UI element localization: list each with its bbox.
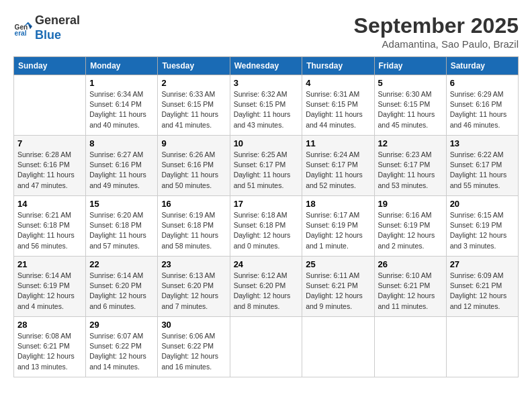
calendar-cell: 15Sunrise: 6:20 AM Sunset: 6:18 PM Dayli… — [86, 196, 158, 257]
calendar-table: SundayMondayTuesdayWednesdayThursdayFrid… — [13, 56, 519, 377]
day-number: 24 — [234, 259, 299, 269]
weekday-header: Saturday — [446, 57, 518, 75]
calendar-cell: 10Sunrise: 6:25 AM Sunset: 6:17 PM Dayli… — [230, 136, 302, 196]
calendar-week-row: 7Sunrise: 6:28 AM Sunset: 6:16 PM Daylig… — [14, 136, 519, 196]
day-info: Sunrise: 6:20 AM Sunset: 6:18 PM Dayligh… — [89, 210, 154, 251]
day-info: Sunrise: 6:15 AM Sunset: 6:19 PM Dayligh… — [450, 210, 515, 251]
day-info: Sunrise: 6:23 AM Sunset: 6:17 PM Dayligh… — [378, 150, 443, 191]
day-number: 7 — [17, 138, 82, 148]
day-info: Sunrise: 6:22 AM Sunset: 6:17 PM Dayligh… — [450, 150, 515, 191]
day-number: 13 — [450, 138, 515, 148]
location-subtitle: Adamantina, Sao Paulo, Brazil — [354, 38, 519, 50]
day-number: 28 — [17, 320, 82, 330]
day-number: 10 — [234, 138, 299, 148]
day-info: Sunrise: 6:14 AM Sunset: 6:20 PM Dayligh… — [89, 271, 154, 312]
day-number: 23 — [161, 259, 226, 269]
day-number: 8 — [89, 138, 154, 148]
day-number: 20 — [450, 199, 515, 209]
calendar-cell: 2Sunrise: 6:33 AM Sunset: 6:15 PM Daylig… — [158, 75, 230, 136]
page-header: Gen eral General Blue September 2025 Ada… — [13, 13, 519, 50]
day-number: 2 — [161, 78, 226, 88]
calendar-cell: 8Sunrise: 6:27 AM Sunset: 6:16 PM Daylig… — [86, 136, 158, 196]
calendar-cell — [302, 317, 374, 377]
calendar-cell: 22Sunrise: 6:14 AM Sunset: 6:20 PM Dayli… — [86, 257, 158, 317]
calendar-cell — [230, 317, 302, 377]
title-block: September 2025 Adamantina, Sao Paulo, Br… — [354, 13, 519, 50]
day-number: 6 — [450, 78, 515, 88]
day-info: Sunrise: 6:10 AM Sunset: 6:21 PM Dayligh… — [378, 271, 443, 312]
calendar-cell: 6Sunrise: 6:29 AM Sunset: 6:16 PM Daylig… — [446, 75, 518, 136]
day-info: Sunrise: 6:25 AM Sunset: 6:17 PM Dayligh… — [234, 150, 299, 191]
day-number: 3 — [234, 78, 299, 88]
day-number: 5 — [378, 78, 443, 88]
day-info: Sunrise: 6:14 AM Sunset: 6:19 PM Dayligh… — [17, 271, 82, 312]
calendar-week-row: 28Sunrise: 6:08 AM Sunset: 6:21 PM Dayli… — [14, 317, 519, 377]
day-info: Sunrise: 6:27 AM Sunset: 6:16 PM Dayligh… — [89, 150, 154, 191]
calendar-cell: 13Sunrise: 6:22 AM Sunset: 6:17 PM Dayli… — [446, 136, 518, 196]
day-info: Sunrise: 6:32 AM Sunset: 6:15 PM Dayligh… — [234, 89, 299, 130]
day-info: Sunrise: 6:28 AM Sunset: 6:16 PM Dayligh… — [17, 150, 82, 191]
day-number: 27 — [450, 259, 515, 269]
calendar-cell: 20Sunrise: 6:15 AM Sunset: 6:19 PM Dayli… — [446, 196, 518, 257]
day-number: 29 — [89, 320, 154, 330]
calendar-cell: 1Sunrise: 6:34 AM Sunset: 6:14 PM Daylig… — [86, 75, 158, 136]
calendar-cell: 30Sunrise: 6:06 AM Sunset: 6:22 PM Dayli… — [158, 317, 230, 377]
calendar-header-row: SundayMondayTuesdayWednesdayThursdayFrid… — [14, 57, 519, 75]
calendar-cell — [14, 75, 86, 136]
day-info: Sunrise: 6:21 AM Sunset: 6:18 PM Dayligh… — [17, 210, 82, 251]
calendar-cell: 21Sunrise: 6:14 AM Sunset: 6:19 PM Dayli… — [14, 257, 86, 317]
day-info: Sunrise: 6:29 AM Sunset: 6:16 PM Dayligh… — [450, 89, 515, 130]
calendar-week-row: 14Sunrise: 6:21 AM Sunset: 6:18 PM Dayli… — [14, 196, 519, 257]
day-info: Sunrise: 6:33 AM Sunset: 6:15 PM Dayligh… — [161, 89, 226, 130]
day-number: 18 — [306, 199, 370, 209]
day-number: 30 — [161, 320, 226, 330]
calendar-cell: 16Sunrise: 6:19 AM Sunset: 6:18 PM Dayli… — [158, 196, 230, 257]
calendar-cell: 17Sunrise: 6:18 AM Sunset: 6:18 PM Dayli… — [230, 196, 302, 257]
calendar-cell: 29Sunrise: 6:07 AM Sunset: 6:22 PM Dayli… — [86, 317, 158, 377]
day-info: Sunrise: 6:06 AM Sunset: 6:22 PM Dayligh… — [161, 331, 226, 372]
calendar-cell — [374, 317, 446, 377]
day-info: Sunrise: 6:24 AM Sunset: 6:17 PM Dayligh… — [306, 150, 370, 191]
day-number: 25 — [306, 259, 370, 269]
calendar-cell: 12Sunrise: 6:23 AM Sunset: 6:17 PM Dayli… — [374, 136, 446, 196]
weekday-header: Monday — [86, 57, 158, 75]
logo-icon: Gen eral — [13, 19, 32, 38]
logo-text: General Blue — [35, 13, 80, 42]
day-info: Sunrise: 6:07 AM Sunset: 6:22 PM Dayligh… — [89, 331, 154, 372]
day-info: Sunrise: 6:17 AM Sunset: 6:19 PM Dayligh… — [306, 210, 370, 251]
calendar-cell: 24Sunrise: 6:12 AM Sunset: 6:20 PM Dayli… — [230, 257, 302, 317]
calendar-cell: 11Sunrise: 6:24 AM Sunset: 6:17 PM Dayli… — [302, 136, 374, 196]
day-info: Sunrise: 6:09 AM Sunset: 6:21 PM Dayligh… — [450, 271, 515, 312]
calendar-cell: 3Sunrise: 6:32 AM Sunset: 6:15 PM Daylig… — [230, 75, 302, 136]
calendar-week-row: 1Sunrise: 6:34 AM Sunset: 6:14 PM Daylig… — [14, 75, 519, 136]
calendar-cell: 4Sunrise: 6:31 AM Sunset: 6:15 PM Daylig… — [302, 75, 374, 136]
day-number: 22 — [89, 259, 154, 269]
day-number: 9 — [161, 138, 226, 148]
day-number: 11 — [306, 138, 370, 148]
calendar-cell: 26Sunrise: 6:10 AM Sunset: 6:21 PM Dayli… — [374, 257, 446, 317]
day-number: 17 — [234, 199, 299, 209]
calendar-cell: 27Sunrise: 6:09 AM Sunset: 6:21 PM Dayli… — [446, 257, 518, 317]
day-number: 14 — [17, 199, 82, 209]
calendar-week-row: 21Sunrise: 6:14 AM Sunset: 6:19 PM Dayli… — [14, 257, 519, 317]
day-number: 26 — [378, 259, 443, 269]
day-number: 19 — [378, 199, 443, 209]
day-info: Sunrise: 6:26 AM Sunset: 6:16 PM Dayligh… — [161, 150, 226, 191]
day-info: Sunrise: 6:31 AM Sunset: 6:15 PM Dayligh… — [306, 89, 370, 130]
calendar-cell: 14Sunrise: 6:21 AM Sunset: 6:18 PM Dayli… — [14, 196, 86, 257]
day-info: Sunrise: 6:12 AM Sunset: 6:20 PM Dayligh… — [234, 271, 299, 312]
day-info: Sunrise: 6:30 AM Sunset: 6:15 PM Dayligh… — [378, 89, 443, 130]
calendar-cell: 19Sunrise: 6:16 AM Sunset: 6:19 PM Dayli… — [374, 196, 446, 257]
day-info: Sunrise: 6:19 AM Sunset: 6:18 PM Dayligh… — [161, 210, 226, 251]
logo: Gen eral General Blue — [13, 13, 80, 42]
calendar-cell: 28Sunrise: 6:08 AM Sunset: 6:21 PM Dayli… — [14, 317, 86, 377]
day-number: 4 — [306, 78, 370, 88]
weekday-header: Friday — [374, 57, 446, 75]
day-info: Sunrise: 6:18 AM Sunset: 6:18 PM Dayligh… — [234, 210, 299, 251]
calendar-cell: 9Sunrise: 6:26 AM Sunset: 6:16 PM Daylig… — [158, 136, 230, 196]
weekday-header: Thursday — [302, 57, 374, 75]
month-title: September 2025 — [354, 13, 519, 38]
day-info: Sunrise: 6:11 AM Sunset: 6:21 PM Dayligh… — [306, 271, 370, 312]
svg-text:eral: eral — [15, 29, 27, 36]
calendar-cell: 25Sunrise: 6:11 AM Sunset: 6:21 PM Dayli… — [302, 257, 374, 317]
